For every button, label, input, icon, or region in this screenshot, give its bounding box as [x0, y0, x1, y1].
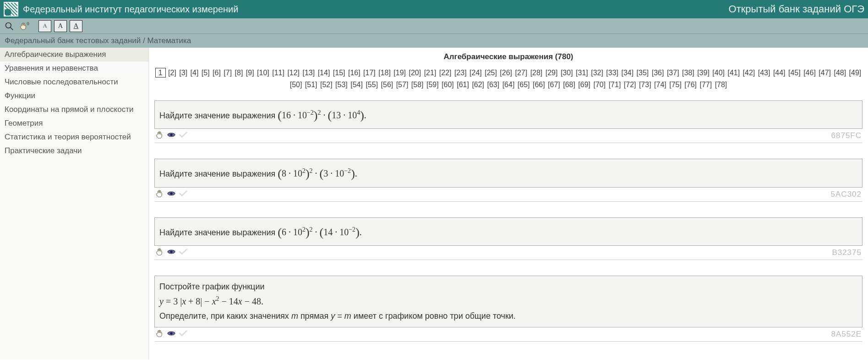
page-5[interactable]: [5]	[201, 69, 210, 77]
page-31[interactable]: [31]	[575, 69, 589, 77]
page-8[interactable]: [8]	[235, 69, 244, 77]
sidebar-item-4[interactable]: Координаты на прямой и плоскости	[0, 103, 148, 116]
sidebar-item-0[interactable]: Алгебраические выражения	[0, 48, 148, 61]
page-62[interactable]: [62]	[471, 81, 485, 89]
page-74[interactable]: [74]	[654, 81, 667, 89]
page-19[interactable]: [19]	[393, 69, 406, 77]
page-29[interactable]: [29]	[545, 69, 558, 77]
page-66[interactable]: [66]	[532, 81, 546, 89]
page-77[interactable]: [77]	[699, 81, 712, 89]
page-55[interactable]: [55]	[365, 81, 378, 89]
page-18[interactable]: [18]	[378, 69, 391, 77]
page-33[interactable]: [33]	[606, 69, 619, 77]
page-38[interactable]: [38]	[682, 69, 695, 77]
page-54[interactable]: [54]	[350, 81, 363, 89]
page-58[interactable]: [58]	[411, 81, 424, 89]
page-11[interactable]: [11]	[272, 69, 285, 77]
page-69[interactable]: [69]	[578, 81, 591, 89]
page-73[interactable]: [73]	[639, 81, 652, 89]
page-12[interactable]: [12]	[287, 69, 300, 77]
page-3[interactable]: [3]	[179, 69, 188, 77]
page-47[interactable]: [47]	[818, 69, 831, 77]
page-2[interactable]: [2]	[168, 69, 177, 77]
selection-button[interactable]: 0	[18, 20, 31, 32]
sidebar-item-3[interactable]: Функции	[0, 89, 148, 103]
select-task-icon[interactable]	[155, 248, 164, 258]
page-57[interactable]: [57]	[396, 81, 409, 89]
page-17[interactable]: [17]	[363, 69, 376, 77]
page-16[interactable]: [16]	[348, 69, 361, 77]
check-task-icon[interactable]	[179, 249, 187, 257]
page-35[interactable]: [35]	[636, 69, 650, 77]
page-41[interactable]: [41]	[727, 69, 740, 77]
page-39[interactable]: [39]	[697, 69, 710, 77]
page-67[interactable]: [67]	[547, 81, 561, 89]
page-52[interactable]: [52]	[320, 81, 333, 89]
page-68[interactable]: [68]	[562, 81, 576, 89]
page-42[interactable]: [42]	[742, 69, 756, 77]
page-40[interactable]: [40]	[712, 69, 725, 77]
page-27[interactable]: [27]	[514, 69, 528, 77]
page-26[interactable]: [26]	[499, 69, 513, 77]
page-4[interactable]: [4]	[190, 69, 199, 77]
sidebar-item-5[interactable]: Геометрия	[0, 116, 148, 130]
select-task-icon[interactable]	[155, 189, 164, 199]
page-1[interactable]: 1	[155, 68, 166, 78]
page-56[interactable]: [56]	[381, 81, 394, 89]
page-65[interactable]: [65]	[517, 81, 530, 89]
page-70[interactable]: [70]	[593, 81, 606, 89]
page-72[interactable]: [72]	[623, 81, 637, 89]
search-button[interactable]	[3, 20, 16, 32]
font-size-medium-button[interactable]: A	[54, 20, 67, 32]
page-59[interactable]: [59]	[426, 81, 439, 89]
page-6[interactable]: [6]	[212, 69, 221, 77]
page-50[interactable]: [50]	[289, 81, 303, 89]
page-76[interactable]: [76]	[684, 81, 697, 89]
page-49[interactable]: [49]	[849, 69, 862, 77]
font-size-large-button[interactable]: A	[70, 20, 82, 32]
page-25[interactable]: [25]	[484, 69, 497, 77]
page-14[interactable]: [14]	[317, 69, 331, 77]
page-53[interactable]: [53]	[335, 81, 348, 89]
page-51[interactable]: [51]	[305, 81, 318, 89]
page-21[interactable]: [21]	[424, 69, 437, 77]
page-37[interactable]: [37]	[666, 69, 680, 77]
page-71[interactable]: [71]	[608, 81, 622, 89]
page-13[interactable]: [13]	[302, 69, 316, 77]
page-24[interactable]: [24]	[469, 69, 482, 77]
check-task-icon[interactable]	[179, 190, 187, 199]
page-28[interactable]: [28]	[530, 69, 543, 77]
page-15[interactable]: [15]	[333, 69, 346, 77]
page-10[interactable]: [10]	[257, 69, 270, 77]
check-task-icon[interactable]	[179, 132, 187, 140]
view-task-icon[interactable]	[167, 249, 175, 257]
page-44[interactable]: [44]	[773, 69, 786, 77]
sidebar-item-7[interactable]: Практические задачи	[0, 144, 148, 158]
font-size-small-button[interactable]: A	[38, 20, 51, 32]
sidebar-item-2[interactable]: Числовые последовательности	[0, 75, 148, 89]
view-task-icon[interactable]	[167, 132, 175, 140]
page-7[interactable]: [7]	[223, 69, 232, 77]
view-task-icon[interactable]	[167, 190, 175, 199]
page-46[interactable]: [46]	[803, 69, 816, 77]
page-23[interactable]: [23]	[454, 69, 467, 77]
page-20[interactable]: [20]	[409, 69, 422, 77]
page-75[interactable]: [75]	[669, 81, 682, 89]
page-60[interactable]: [60]	[441, 81, 454, 89]
page-78[interactable]: [78]	[715, 81, 728, 89]
page-61[interactable]: [61]	[456, 81, 469, 89]
page-63[interactable]: [63]	[487, 81, 500, 89]
page-64[interactable]: [64]	[502, 81, 515, 89]
sidebar-item-6[interactable]: Статистика и теория вероятностей	[0, 130, 148, 144]
page-48[interactable]: [48]	[833, 69, 846, 77]
check-task-icon[interactable]	[179, 330, 187, 338]
page-45[interactable]: [45]	[788, 69, 801, 77]
page-30[interactable]: [30]	[560, 69, 573, 77]
page-22[interactable]: [22]	[439, 69, 452, 77]
view-task-icon[interactable]	[167, 330, 175, 338]
sidebar-item-1[interactable]: Уравнения и неравенства	[0, 61, 148, 75]
select-task-icon[interactable]	[155, 329, 164, 339]
page-34[interactable]: [34]	[621, 69, 634, 77]
select-task-icon[interactable]	[155, 131, 164, 141]
page-32[interactable]: [32]	[590, 69, 604, 77]
